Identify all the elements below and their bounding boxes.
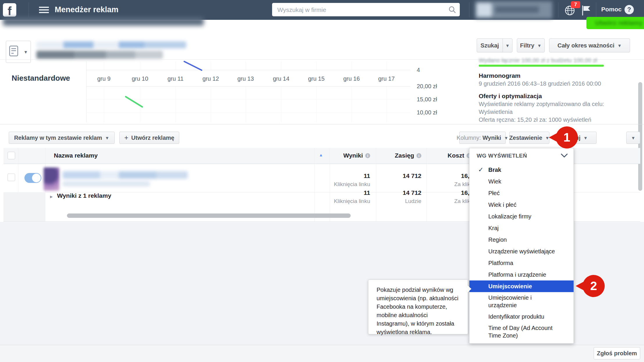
report-problem-button[interactable]: Zgłoś problem: [594, 347, 640, 359]
breakdown-item[interactable]: Wiek i płeć: [469, 199, 574, 211]
bids-line: Wyświetlenia: [479, 109, 513, 115]
chart-lines: [86, 60, 410, 124]
ads-manager-page: f Menedżer reklam 7 Pomoc ? Utwórz rekla…: [0, 0, 644, 362]
sort-asc-icon[interactable]: ▲: [319, 153, 323, 157]
cell-results-sub: Kliknięcia linku: [320, 198, 370, 204]
szukaj-dropdown-button[interactable]: ▼: [503, 38, 512, 52]
chevron-down-icon: ▼: [504, 135, 508, 140]
pages-feed-flag-icon[interactable]: [581, 5, 591, 16]
schedule-value: 9 grudzień 2016 06:43–18 grudzień 2016 0…: [479, 80, 601, 87]
more-dropdown-button[interactable]: ▼: [626, 132, 640, 144]
summary-row-label[interactable]: Wyniki z 1 reklamy: [57, 192, 111, 199]
column-header-reach[interactable]: Zasięgi: [376, 152, 421, 159]
column-header-name[interactable]: Nazwa reklamy: [54, 152, 98, 159]
nav-divider: [558, 2, 558, 17]
chevron-down-icon: ▼: [24, 50, 28, 54]
schedule-title: Harmonogram: [479, 72, 521, 79]
spent-summary-blurred: Wydano łącznie 100,00 zł z budżetu 100,0…: [479, 57, 613, 64]
breakdown-item-brak[interactable]: ✓ Brak: [469, 164, 574, 176]
step-2-callout: 2: [583, 275, 605, 297]
breakdown-item[interactable]: Urządzenie wyświetlające: [469, 246, 574, 257]
chevron-down-icon: ▼: [505, 43, 510, 48]
chevron-down-icon: ▼: [583, 135, 588, 140]
help-link[interactable]: Pomoc: [601, 6, 622, 13]
breakdown-item[interactable]: Wiek: [469, 176, 574, 187]
nav-divider: [596, 2, 596, 17]
filtry-button[interactable]: Filtry ▼: [517, 38, 545, 52]
cell-reach-sub: Ludzie: [376, 198, 421, 204]
user-profile-blurred[interactable]: [475, 1, 552, 19]
tooltip-text: Pokazuje podział wyników wg umiejscowien…: [377, 286, 460, 336]
breakdown-dropdown-panel: WG WYŚWIETLEŃ ✓ Brak Wiek Płeć Wiek i pł…: [469, 148, 574, 344]
breakdown-item[interactable]: Time of Day (Ad Account Time Zone): [469, 322, 574, 341]
divider: [0, 124, 644, 124]
breakdown-item[interactable]: Platforma: [469, 257, 574, 269]
ad-status-toggle[interactable]: [24, 173, 41, 183]
chevron-down-icon: ▼: [617, 43, 622, 48]
breakdown-tooltip: Pokazuje podział wyników wg umiejscowien…: [368, 280, 468, 334]
column-header-cost[interactable]: Koszti: [448, 152, 471, 159]
cell-results: 11: [330, 189, 370, 196]
chevron-down-icon: ▼: [631, 135, 636, 140]
business-search: [272, 3, 460, 16]
search-input[interactable]: [277, 4, 441, 16]
account-tabs-blurred[interactable]: [3, 17, 204, 26]
bids-line: Wyświetlanie reklamy zoptymalizowano dla…: [479, 101, 604, 107]
bids-line: Oferta ręczna: 15,20 zł za: 1000 wyświet…: [479, 116, 591, 123]
nav-divider: [469, 2, 469, 17]
breakdown-dropdown-button[interactable]: Zestawienie ▼: [509, 132, 549, 144]
footer-bar: [0, 345, 644, 362]
create-ads-label-blurred: Utwórz reklamy: [595, 19, 643, 27]
create-ads-button[interactable]: Utwórz reklamy: [586, 17, 644, 29]
breakdown-item[interactable]: Umiejscowienie i urządzenie: [469, 292, 574, 311]
cell-cost-fragment: 16,: [461, 172, 469, 179]
cell-reach: 14 712: [376, 189, 421, 196]
user-name-blurred: [495, 6, 539, 13]
top-navbar: f Menedżer reklam 7 Pomoc ?: [0, 0, 644, 20]
tooltip-arrow: [467, 285, 471, 293]
budget-progress-bar: [479, 65, 604, 67]
date-range-button[interactable]: Cały okres ważności ▼: [549, 38, 630, 52]
y-tick: 15,00 zł: [417, 96, 437, 103]
breakdown-item[interactable]: Identyfikator produktu: [469, 311, 574, 322]
szukaj-button[interactable]: Szukaj: [477, 38, 503, 52]
breakdown-item-umiejscowienie-highlighted[interactable]: Umiejscowienie: [469, 280, 574, 292]
expand-caret-icon[interactable]: ▸: [50, 193, 53, 200]
check-icon: ✓: [478, 166, 483, 174]
select-all-checkbox[interactable]: [8, 152, 15, 159]
columns-dropdown-button[interactable]: Kolumny: Wyniki ▼: [459, 132, 506, 144]
breakdown-item[interactable]: Region: [469, 234, 574, 246]
breakdown-panel-header[interactable]: WG WYŚWIETLEŃ: [469, 148, 574, 163]
search-icon[interactable]: [448, 6, 456, 15]
ad-name-blurred[interactable]: [63, 171, 188, 179]
breadcrumb-blurred[interactable]: [36, 41, 186, 48]
breakdown-item[interactable]: Kraj: [469, 222, 574, 234]
table-horizontal-scrollbar[interactable]: [67, 213, 351, 218]
column-header-results[interactable]: Wynikii: [330, 152, 370, 159]
cell-reach: 14 712: [376, 172, 421, 179]
breakdown-item[interactable]: Płeć: [469, 187, 574, 199]
facebook-logo[interactable]: f: [3, 3, 16, 17]
ad-thumbnail-blurred[interactable]: [44, 167, 59, 191]
breakdown-item[interactable]: Platforma i urządzenie: [469, 269, 574, 280]
y-tick: 20,00 zł: [417, 83, 437, 90]
info-icon[interactable]: i: [416, 153, 421, 158]
breakdown-item[interactable]: Lokalizacje firmy: [469, 211, 574, 222]
menu-hamburger-icon[interactable]: [39, 7, 49, 13]
chart-section-label: Niestandardowe: [12, 74, 70, 83]
plus-icon: +: [124, 134, 128, 142]
bids-title: Oferty i optymalizacja: [479, 93, 542, 100]
row-checkbox[interactable]: [8, 174, 15, 181]
notification-badge[interactable]: 7: [571, 1, 580, 8]
cell-results-sub: Kliknięcia linku: [320, 181, 370, 188]
info-icon[interactable]: i: [365, 153, 370, 158]
summary-row-gutter: [3, 192, 45, 221]
create-ad-button[interactable]: + Utwórz reklamę: [119, 132, 179, 144]
step-1-callout: 1: [556, 126, 578, 149]
chevron-down-icon: ▼: [537, 43, 542, 48]
ads-scope-dropdown-button[interactable]: Reklamy w tym zestawie reklam ▼: [9, 132, 115, 144]
cell-results: 11: [330, 172, 370, 179]
help-question-icon[interactable]: ?: [625, 5, 634, 14]
chevron-down-icon: [561, 153, 568, 158]
app-title: Menedżer reklam: [55, 5, 118, 14]
